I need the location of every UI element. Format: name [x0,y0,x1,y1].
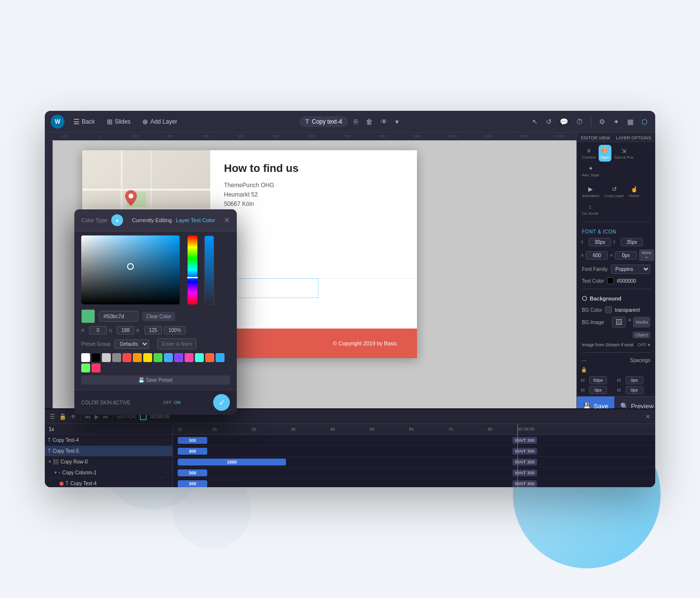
font-weight-input[interactable] [586,251,608,260]
off-toggle[interactable]: OFF ● [637,342,650,347]
tl-lock-icon[interactable]: 🔒 [59,413,66,420]
picker-confirm-button[interactable]: ✓ [213,394,230,411]
add-layer-button[interactable]: ⊕ Add Layer [139,116,180,128]
margin-bottom-input[interactable] [589,386,607,394]
letter-spacing-input[interactable] [615,251,637,260]
hue-handle[interactable] [187,277,198,278]
preset-black[interactable] [92,353,100,362]
preview-button[interactable]: 🔍 Preview [614,397,655,408]
opacity-slider[interactable] [204,235,214,304]
preset-green[interactable] [154,353,162,362]
playhead[interactable] [517,424,518,487]
preset-group-select[interactable]: Defaults [114,339,149,349]
layer-arrow-1: → [165,438,169,442]
text-color-swatch[interactable] [607,277,614,284]
size-icon: ⇲ [621,147,626,154]
scroll-tab[interactable]: ↕ On Scroll [580,201,600,218]
time-1x: 1x [178,427,183,432]
tl-close-icon[interactable]: ✕ [645,413,650,420]
layer-row-copy-text-4b[interactable]: T Copy Text-4 → [45,478,172,487]
b-input[interactable] [144,326,162,334]
adv-style-tab[interactable]: ✦ Adv. Style [580,163,601,179]
font-size-2-input[interactable] [621,238,643,246]
preset-cyan[interactable] [195,353,204,362]
save-name-input[interactable] [157,338,196,349]
animation-tab[interactable]: ▶ Animation [580,183,602,200]
preset-purple[interactable] [174,353,183,362]
tl-layers-icon[interactable]: ☰ [50,413,55,420]
back-button[interactable]: ☰ Back [70,116,98,128]
g-input[interactable] [117,326,134,334]
clear-color-button[interactable]: Clear Color [142,312,175,321]
timeline-panel: ☰ 🔒 👁 ⏮ ▶ ⏭ EDITOR 00:09:00 ✕ 1x [45,408,655,487]
hover-tab[interactable]: ☝ Hover [627,183,641,200]
layer-type-icon-5: T [65,481,68,486]
tl-eye-icon[interactable]: 👁 [70,413,76,420]
layer-row-copy-row-0[interactable]: ▼ ⬛ Copy Row-0 → [45,457,172,467]
skin-off-label: OFF [163,400,172,405]
preset-skyblue[interactable] [216,353,224,362]
preset-red[interactable] [123,353,131,362]
wordpress-icon[interactable]: W [51,115,64,129]
opacity-input[interactable] [164,326,186,334]
more-button[interactable]: More + [639,249,654,261]
save-preset-button[interactable]: 💾 Save Preset [81,375,230,385]
r-input[interactable] [89,326,107,334]
preset-yellow[interactable] [143,353,152,362]
picker-handle[interactable] [127,263,134,270]
picker-editing-value: Layer Text Color [176,217,215,223]
pointer-icon[interactable]: ↖ [530,116,540,128]
scroll-icon: ↕ [588,203,591,210]
preset-white[interactable] [81,353,90,362]
color-gradient[interactable] [81,235,180,304]
content-tab[interactable]: ≡ Content [580,145,598,162]
timeline-content: 1x T Copy Text-4 → T Copy Text-5 → ▼ [45,424,655,487]
magic-icon[interactable]: ✦ [611,116,621,128]
font-size-1-input[interactable] [589,238,611,246]
grid-icon[interactable]: ▦ [625,116,636,128]
bg-color-label: BG Color [582,307,602,313]
bg-color-swatch[interactable] [605,306,612,313]
object-row: Object [577,330,655,340]
preset-gray[interactable] [112,353,121,362]
style-tab[interactable]: 🎨 Style [599,145,611,162]
slides-button[interactable]: ⊞ Slides [104,116,134,128]
lock-row: 🔒 [577,365,655,374]
loop-tab[interactable]: ↺ Loop Layer [603,183,626,200]
save-button[interactable]: 💾 Save [577,397,614,408]
preset-pink[interactable] [185,353,193,362]
preset-blue[interactable] [164,353,173,362]
media-button[interactable]: Media [633,317,650,328]
layer-row-copy-text-4[interactable]: T Copy Text-4 → [45,435,172,446]
layer-row-copy-text-5[interactable]: T Copy Text-5 → [45,446,172,457]
picker-close-button[interactable]: ✕ [224,216,230,224]
layer-row-copy-column-1[interactable]: ▼ ▪ Copy Column-1 → [45,467,172,478]
copy-icon[interactable]: ⎘ [352,116,360,128]
image-x-button[interactable]: × [628,317,631,328]
comment-icon[interactable]: 💬 [558,116,570,128]
layout-icon[interactable]: ⬡ [639,116,649,128]
preset-lgray[interactable] [102,353,111,362]
margin-right-input[interactable] [626,376,643,384]
margin-left-input[interactable] [626,386,643,394]
preset-orange[interactable] [133,353,142,362]
picker-color-swatch[interactable] [81,309,95,323]
settings-icon[interactable]: ⚙ [597,116,607,128]
preset-lime[interactable] [81,364,90,372]
object-button[interactable]: Object [633,332,650,338]
hue-slider[interactable] [188,235,197,304]
preset-coral[interactable] [205,353,214,362]
size-pos-tab[interactable]: ⇲ Size & Pos [612,145,636,162]
preset-magenta[interactable] [92,364,100,372]
spacings-label: Spacings [630,358,650,363]
dropdown-icon[interactable]: ▾ [393,116,401,128]
hex-input[interactable] [99,311,138,322]
font-family-select[interactable]: Poppins [611,265,650,274]
undo-icon[interactable]: ↺ [544,116,554,128]
timer-icon[interactable]: ⏱ [574,116,585,128]
visibility-icon[interactable]: 👁 [379,116,389,128]
layer-name-3: Copy Row-0 [61,459,165,465]
delete-icon[interactable]: 🗑 [364,116,375,128]
margin-top-input[interactable] [589,376,607,384]
layer-arrow-5: → [165,481,169,486]
